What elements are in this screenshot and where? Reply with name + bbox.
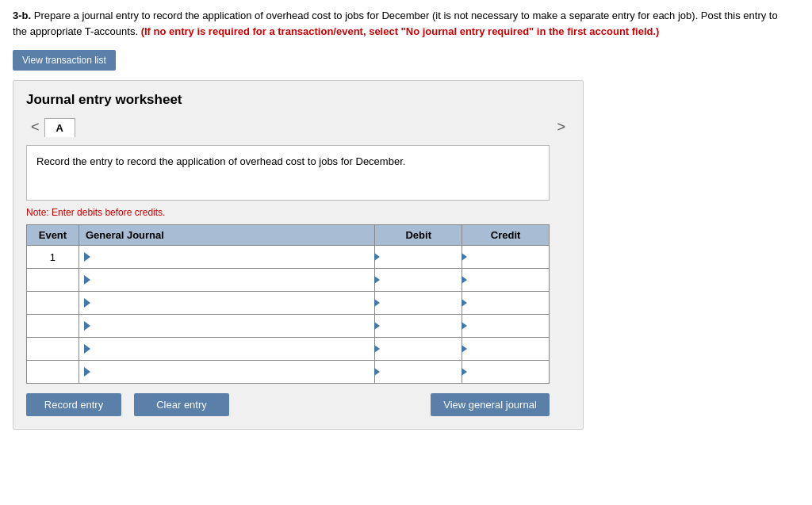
event-cell <box>27 269 79 292</box>
debit-triangle-icon <box>374 253 380 261</box>
tab-navigation: < A > <box>26 117 570 137</box>
blue-triangle-icon <box>84 252 90 262</box>
event-cell <box>27 292 79 315</box>
event-cell <box>27 361 79 384</box>
blue-triangle-icon <box>84 275 90 285</box>
journal-input[interactable] <box>94 246 374 268</box>
journal-input[interactable] <box>94 292 374 314</box>
debit-input[interactable] <box>385 344 450 355</box>
col-event: Event <box>27 225 79 246</box>
blue-triangle-icon <box>84 344 90 354</box>
debit-input[interactable] <box>385 275 450 286</box>
view-general-journal-button[interactable]: View general journal <box>431 393 550 416</box>
journal-entry-table: Event General Journal Debit Credit 1 <box>26 224 550 384</box>
problem-number: 3-b. <box>13 10 31 21</box>
event-cell <box>27 315 79 338</box>
blue-triangle-icon <box>84 367 90 377</box>
journal-input[interactable] <box>94 269 374 291</box>
debit-input[interactable] <box>385 298 450 309</box>
general-journal-cell[interactable] <box>79 338 374 361</box>
credit-triangle-icon <box>462 345 467 353</box>
table-row: 1 <box>27 246 550 269</box>
debit-cell[interactable] <box>375 246 462 269</box>
table-row <box>27 269 550 292</box>
worksheet-title: Journal entry worksheet <box>26 92 570 108</box>
debit-triangle-icon <box>374 276 380 284</box>
table-row <box>27 315 550 338</box>
table-row <box>27 292 550 315</box>
credit-cell[interactable] <box>462 292 550 315</box>
event-cell: 1 <box>27 246 79 269</box>
debit-cell[interactable] <box>375 361 462 384</box>
tab-a[interactable]: A <box>44 118 75 137</box>
clear-entry-button[interactable]: Clear entry <box>134 393 229 416</box>
table-row <box>27 361 550 384</box>
view-transaction-button[interactable]: View transaction list <box>13 50 116 71</box>
journal-worksheet: Journal entry worksheet < A > Record the… <box>13 80 584 430</box>
general-journal-cell[interactable] <box>79 246 374 269</box>
blue-triangle-icon <box>84 298 90 308</box>
credit-input[interactable] <box>472 252 538 263</box>
tab-left-arrow[interactable]: < <box>26 117 44 137</box>
debit-triangle-icon <box>374 368 380 376</box>
debit-triangle-icon <box>374 322 380 330</box>
debit-cell[interactable] <box>375 292 462 315</box>
credit-cell[interactable] <box>462 338 550 361</box>
debit-cell[interactable] <box>375 315 462 338</box>
col-debit: Debit <box>375 225 462 246</box>
credit-triangle-icon <box>462 276 467 284</box>
col-general-journal: General Journal <box>79 225 374 246</box>
debit-triangle-icon <box>374 345 380 353</box>
tab-right-arrow[interactable]: > <box>552 117 570 137</box>
blue-triangle-icon <box>84 321 90 331</box>
debit-input[interactable] <box>385 321 450 332</box>
journal-input[interactable] <box>94 315 374 337</box>
debit-cell[interactable] <box>375 269 462 292</box>
credit-triangle-icon <box>462 322 467 330</box>
credit-input[interactable] <box>472 344 538 355</box>
event-cell <box>27 338 79 361</box>
credit-input[interactable] <box>472 321 538 332</box>
debit-input[interactable] <box>385 367 450 378</box>
journal-input[interactable] <box>94 338 374 360</box>
credit-cell[interactable] <box>462 315 550 338</box>
credit-input[interactable] <box>472 367 538 378</box>
credit-input[interactable] <box>472 298 538 309</box>
note-text: Note: Enter debits before credits. <box>26 207 570 218</box>
debit-input[interactable] <box>385 252 450 263</box>
credit-cell[interactable] <box>462 269 550 292</box>
debit-cell[interactable] <box>375 338 462 361</box>
journal-table-wrapper: Event General Journal Debit Credit 1 <box>26 224 570 384</box>
description-box: Record the entry to record the applicati… <box>26 145 550 201</box>
record-entry-button[interactable]: Record entry <box>26 393 121 416</box>
general-journal-cell[interactable] <box>79 361 374 384</box>
bottom-buttons: Record entry Clear entry View general jo… <box>26 393 550 416</box>
general-journal-cell[interactable] <box>79 269 374 292</box>
credit-triangle-icon <box>462 368 467 376</box>
instructions-text: 3-b. Prepare a journal entry to record t… <box>13 8 782 39</box>
credit-cell[interactable] <box>462 246 550 269</box>
debit-triangle-icon <box>374 299 380 307</box>
general-journal-cell[interactable] <box>79 292 374 315</box>
credit-input[interactable] <box>472 275 538 286</box>
credit-triangle-icon <box>462 253 467 261</box>
general-journal-cell[interactable] <box>79 315 374 338</box>
red-instruction: (If no entry is required for a transacti… <box>141 25 660 37</box>
journal-input[interactable] <box>94 361 374 383</box>
col-credit: Credit <box>462 225 550 246</box>
credit-triangle-icon <box>462 299 467 307</box>
credit-cell[interactable] <box>462 361 550 384</box>
table-row <box>27 338 550 361</box>
